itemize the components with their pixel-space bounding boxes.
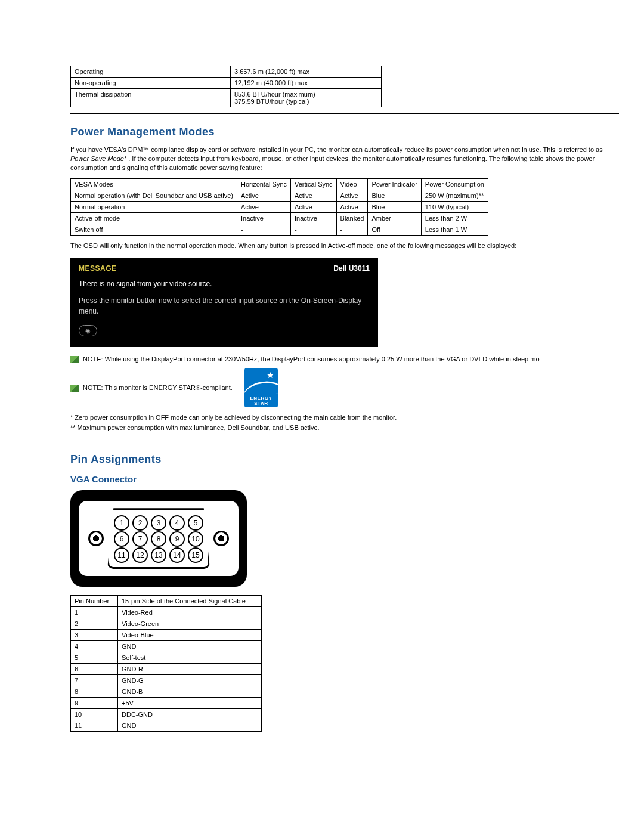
osd-header-label: MESSAGE [79,264,117,272]
osd-model: Dell U3011 [333,264,370,272]
table-row: 1Video-Red [71,607,262,618]
footnote-2: ** Maximum power consumption with max lu… [70,423,608,432]
table-row: 5Self-test [71,652,262,664]
col-pin-number: Pin Number [71,596,118,607]
spec-label: Thermal dissipation [71,89,231,107]
divider [70,113,619,114]
table-row: 6GND-R [71,664,262,675]
osd-line2: Press the monitor button now to select t… [79,295,370,317]
spec-value: 3,657.6 m (12,000 ft) max [231,66,382,78]
pin-circle: 9 [169,531,185,547]
pin-circle: 8 [151,531,166,547]
spec-value: 12,192 m (40,000 ft) max [231,78,382,89]
energy-star-logo: ★ ENERGY STAR [244,368,278,407]
table-row: 7GND-G [71,675,262,686]
intro-text: If you have VESA's DPM™ compliance displ… [70,146,603,153]
spec-table: Operating 3,657.6 m (12,000 ft) max Non-… [70,66,382,107]
note-icon [70,385,79,392]
pin-circle: 2 [132,515,148,531]
pin-circle: 1 [114,515,129,531]
vga-pin-block: 1 2 3 4 5 6 7 8 9 10 11 12 13 14 [107,508,210,569]
table-row: Normal operation Active Active Active Bl… [71,201,488,212]
pin-circle: 6 [114,531,129,547]
osd-line1: There is no signal from your video sourc… [79,278,370,289]
col-video: Video [336,178,368,190]
footnote-1: * Zero power consumption in OFF mode can… [70,413,608,422]
col-indicator: Power Indicator [368,178,421,190]
col-consumption: Power Consumption [421,178,488,190]
table-row: 9+5V [71,698,262,709]
pin-circle: 14 [169,547,185,563]
pin-circle: 12 [132,547,148,563]
osd-button-icon: ◉ [79,325,97,336]
col-hsync: Horizontal Sync [237,178,290,190]
table-row: 2Video-Green [71,618,262,630]
table-row: Normal operation (with Dell Soundbar and… [71,190,488,201]
power-management-table: VESA Modes Horizontal Sync Vertical Sync… [70,178,488,236]
star-icon: ★ [267,370,274,380]
table-row: 11GND [71,720,262,732]
energy-star-label: ENERGY STAR [244,394,278,407]
pin-circle: 13 [151,547,166,563]
spec-label: Operating [71,66,231,78]
pin-circle: 4 [169,515,185,531]
section-heading-power-management: Power Management Modes [70,126,608,138]
table-row: Thermal dissipation 853.6 BTU/hour (maxi… [71,89,382,107]
osd-message-box: MESSAGE Dell U3011 There is no signal fr… [70,258,378,347]
vga-connector-diagram: 1 2 3 4 5 6 7 8 9 10 11 12 13 14 [70,490,247,587]
section-heading-pin-assignments: Pin Assignments [70,453,608,466]
note-energy-star: NOTE: This monitor is ENERGY STAR®-compl… [70,384,233,392]
note-displayport: NOTE: While using the DisplayPort connec… [70,355,608,363]
table-header-row: Pin Number 15-pin Side of the Connected … [71,596,262,607]
screw-icon [88,531,104,546]
intro-text-2: . If the computer detects input from key… [70,155,595,171]
note-icon [70,356,79,363]
pin-circle: 15 [188,547,203,563]
power-mgmt-intro: If you have VESA's DPM™ compliance displ… [70,145,608,172]
col-vsync: Vertical Sync [291,178,337,190]
note-text: NOTE: While using the DisplayPort connec… [83,355,539,363]
pin-circle: 7 [132,531,148,547]
pin-circle: 5 [188,515,203,531]
table-row: Switch off - - - Off Less than 1 W [71,224,488,235]
col-vesa: VESA Modes [71,178,237,190]
table-row: Active-off mode Inactive Inactive Blanke… [71,212,488,224]
osd-note: The OSD will only function in the normal… [70,241,608,250]
table-row: 10DDC-GND [71,709,262,720]
spec-label: Non-operating [71,78,231,89]
table-row: 4GND [71,641,262,652]
table-header-row: VESA Modes Horizontal Sync Vertical Sync… [71,178,488,190]
note-text: NOTE: This monitor is ENERGY STAR®-compl… [83,384,233,391]
table-row: 8GND-B [71,686,262,698]
pin-circle: 3 [151,515,166,531]
table-row: 3Video-Blue [71,630,262,641]
subheading-vga: VGA Connector [70,474,608,484]
divider [70,441,619,441]
col-pin-desc: 15-pin Side of the Connected Signal Cabl… [118,596,262,607]
pin-circle: 11 [114,547,129,563]
table-row: Operating 3,657.6 m (12,000 ft) max [71,66,382,78]
vga-pin-table: Pin Number 15-pin Side of the Connected … [70,595,262,732]
screw-icon [213,531,229,546]
spec-value: 853.6 BTU/hour (maximum) 375.59 BTU/hour… [231,89,382,107]
pin-circle: 10 [188,531,203,547]
table-row: Non-operating 12,192 m (40,000 ft) max [71,78,382,89]
intro-italic: Power Save Mode* [70,155,126,162]
